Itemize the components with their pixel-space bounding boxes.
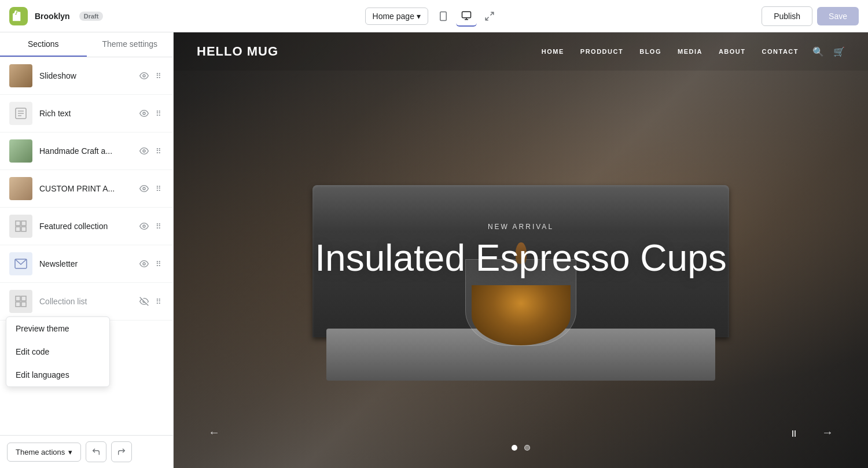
section-item-richtext[interactable]: Rich text ⠿ <box>0 95 173 132</box>
undo-button[interactable] <box>86 441 106 462</box>
section-actions-customprint: ⠿ <box>137 182 164 196</box>
svg-rect-17 <box>16 227 20 231</box>
visibility-btn-featured[interactable] <box>137 219 151 233</box>
hero-subtitle: NEW ARRIVAL <box>315 222 727 230</box>
tab-theme-settings[interactable]: Theme settings <box>87 32 174 57</box>
next-slide-btn[interactable]: → <box>822 426 833 439</box>
sidebar-tabs: Sections Theme settings <box>0 32 173 57</box>
shopify-logo <box>9 7 28 25</box>
nav-link-home: HOME <box>542 48 564 55</box>
drag-btn-richtext[interactable]: ⠿ <box>153 107 164 120</box>
section-actions-richtext: ⠿ <box>137 106 164 120</box>
visibility-btn-richtext[interactable] <box>137 106 151 120</box>
visibility-btn-handmade[interactable] <box>137 144 151 158</box>
page-selector-label: Home page <box>373 12 414 21</box>
svg-line-5 <box>490 12 493 15</box>
preview-area: HELLO MUG HOME PRODDUCT BLOG MEDIA ABOUT… <box>174 32 868 468</box>
slide-dot-1[interactable] <box>512 445 517 451</box>
dropdown-item-editcode[interactable]: Edit code <box>6 340 109 363</box>
visibility-btn-newsletter[interactable] <box>137 257 151 271</box>
preview-nav: HELLO MUG HOME PRODDUCT BLOG MEDIA ABOUT… <box>174 32 868 71</box>
section-thumb-collectionlist <box>9 290 32 313</box>
section-actions-handmade: ⠿ <box>137 144 164 158</box>
desktop-view-btn[interactable] <box>456 6 477 27</box>
tab-sections[interactable]: Sections <box>0 32 87 57</box>
section-label-featured: Featured collection <box>39 222 130 231</box>
preview-wrapper: HELLO MUG HOME PRODDUCT BLOG MEDIA ABOUT… <box>174 32 868 468</box>
svg-rect-24 <box>16 302 20 307</box>
section-actions-featured: ⠿ <box>137 219 164 233</box>
section-item-customprint[interactable]: CUSTOM PRINT A... ⠿ <box>0 170 173 208</box>
publish-button[interactable]: Publish <box>762 6 812 26</box>
section-thumb-richtext <box>9 102 32 125</box>
theme-actions-label: Theme actions <box>16 448 65 456</box>
svg-rect-15 <box>16 221 20 226</box>
sidebar: Sections Theme settings Slideshow <box>0 32 174 468</box>
dropdown-item-preview[interactable]: Preview theme <box>6 317 109 340</box>
drag-btn-customprint[interactable]: ⠿ <box>153 182 164 196</box>
draft-badge: Draft <box>79 12 104 21</box>
nav-link-blog: BLOG <box>639 48 661 55</box>
section-item-slideshow[interactable]: Slideshow ⠿ <box>0 57 173 95</box>
theme-name: Brooklyn <box>35 12 70 21</box>
svg-rect-2 <box>462 12 470 18</box>
main-layout: Sections Theme settings Slideshow <box>0 32 868 468</box>
section-actions-slideshow: ⠿ <box>137 69 164 83</box>
section-label-newsletter: Newsletter <box>39 259 130 268</box>
nav-link-product: PRODDUCT <box>580 48 623 55</box>
chevron-down-icon-actions: ▾ <box>68 448 72 456</box>
hero-title: Insulated Espresso Cups <box>315 237 727 278</box>
section-label-customprint: CUSTOM PRINT A... <box>39 184 130 193</box>
section-thumb-newsletter <box>9 252 32 275</box>
drag-btn-newsletter[interactable]: ⠿ <box>153 257 164 271</box>
nav-brand: HELLO MUG <box>197 44 278 59</box>
svg-point-12 <box>143 112 145 115</box>
pause-btn[interactable]: ⏸ <box>789 429 799 439</box>
search-icon: 🔍 <box>812 46 824 57</box>
svg-point-19 <box>143 225 145 227</box>
prev-slide-btn[interactable]: ← <box>208 426 220 439</box>
drag-btn-collectionlist[interactable]: ⠿ <box>153 295 164 308</box>
nav-icons: 🔍 🛒 <box>812 46 845 57</box>
theme-actions-button[interactable]: Theme actions ▾ <box>7 443 81 462</box>
svg-rect-18 <box>21 227 26 231</box>
drag-btn-handmade[interactable]: ⠿ <box>153 145 164 158</box>
top-bar-center: Home page ▾ <box>110 6 755 27</box>
svg-rect-23 <box>21 296 26 301</box>
svg-rect-16 <box>21 221 26 226</box>
shopify-icon <box>13 10 24 22</box>
svg-rect-22 <box>16 296 20 301</box>
visibility-btn-slideshow[interactable] <box>137 69 151 83</box>
visibility-btn-customprint[interactable] <box>137 182 151 196</box>
section-item-featured[interactable]: Featured collection ⠿ <box>0 208 173 245</box>
section-item-newsletter[interactable]: Newsletter ⠿ <box>0 245 173 283</box>
svg-point-7 <box>143 75 145 77</box>
section-item-handmade[interactable]: Handmade Craft a... ⠿ <box>0 132 173 170</box>
nav-link-about: ABOUT <box>719 48 746 55</box>
mobile-view-btn[interactable] <box>433 6 454 27</box>
cart-icon: 🛒 <box>833 46 845 57</box>
hero-text: NEW ARRIVAL Insulated Espresso Cups <box>315 222 727 278</box>
section-thumb-handmade <box>9 139 32 163</box>
dropdown-item-editlang[interactable]: Edit languages <box>6 363 109 386</box>
dropdown-menu: Preview theme Edit code Edit languages <box>6 316 110 387</box>
section-item-collectionlist[interactable]: Collection list ⠿ <box>0 283 173 320</box>
view-icons <box>433 6 500 27</box>
svg-rect-0 <box>440 12 447 20</box>
drag-btn-slideshow[interactable]: ⠿ <box>153 69 164 83</box>
fullwidth-view-btn[interactable] <box>479 6 500 27</box>
page-selector[interactable]: Home page ▾ <box>365 8 428 25</box>
hidden-btn-collectionlist[interactable] <box>137 294 151 308</box>
section-actions-newsletter: ⠿ <box>137 257 164 271</box>
redo-button[interactable] <box>111 441 132 462</box>
svg-point-21 <box>143 263 145 265</box>
nav-links: HOME PRODDUCT BLOG MEDIA ABOUT CONTACT <box>542 48 799 55</box>
section-actions-collectionlist: ⠿ <box>137 294 164 308</box>
sidebar-bottom: Theme actions ▾ <box>0 435 173 468</box>
chevron-down-icon: ▾ <box>417 12 421 21</box>
drag-btn-featured[interactable]: ⠿ <box>153 220 164 233</box>
section-label-collectionlist: Collection list <box>39 297 130 306</box>
slide-dot-2[interactable] <box>524 445 530 451</box>
save-button[interactable]: Save <box>817 7 859 25</box>
svg-rect-25 <box>21 302 26 307</box>
